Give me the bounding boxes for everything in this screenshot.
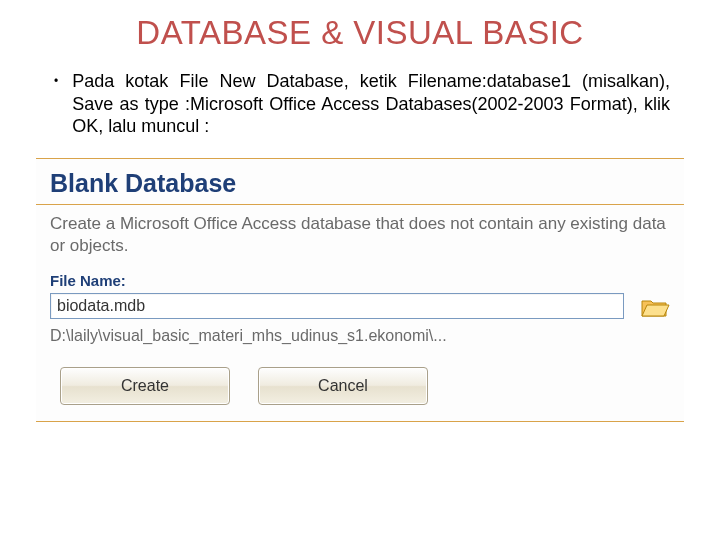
panel-heading: Blank Database (50, 167, 670, 204)
bullet-text: Pada kotak File New Database, ketik File… (72, 70, 670, 138)
slide-title: DATABASE & VISUAL BASIC (0, 0, 720, 52)
button-row: Create Cancel (50, 367, 670, 405)
panel-description: Create a Microsoft Office Access databas… (50, 213, 670, 273)
browse-folder-icon[interactable] (640, 294, 670, 318)
file-row (50, 293, 670, 327)
file-name-input[interactable] (50, 293, 624, 319)
file-path-text: D:\laily\visual_basic_materi_mhs_udinus_… (50, 327, 670, 367)
blank-database-panel: Blank Database Create a Microsoft Office… (36, 158, 684, 423)
divider (36, 204, 684, 205)
bullet-block: • Pada kotak File New Database, ketik Fi… (0, 52, 720, 138)
file-name-label: File Name: (50, 272, 670, 293)
create-button[interactable]: Create (60, 367, 230, 405)
bullet-item: • Pada kotak File New Database, ketik Fi… (50, 70, 670, 138)
bullet-dot-icon: • (50, 70, 58, 92)
cancel-button[interactable]: Cancel (258, 367, 428, 405)
